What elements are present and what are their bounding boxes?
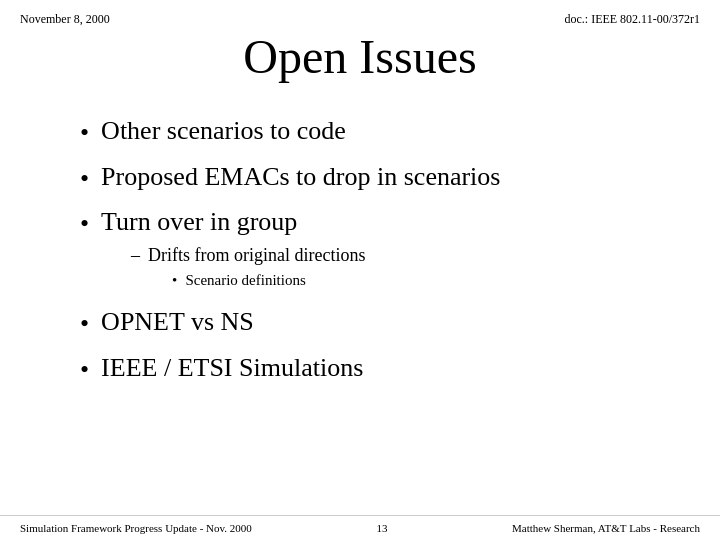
bullet-item-1: • Other scenarios to code (80, 114, 660, 150)
header-doc: doc.: IEEE 802.11-00/372r1 (564, 12, 700, 27)
sub-sub-item-3-1-1: • Scenario definitions (172, 270, 365, 291)
header-date: November 8, 2000 (20, 12, 110, 27)
sub-wrapper-3-1: Drifts from original directions • Scenar… (148, 243, 365, 293)
sub-sub-text-3-1-1: Scenario definitions (185, 270, 305, 291)
sub-list-3: – Drifts from original directions • Scen… (131, 243, 365, 295)
sub-sub-list-3-1: • Scenario definitions (172, 270, 365, 291)
main-bullet-list: • Other scenarios to code • Proposed EMA… (80, 114, 660, 387)
bullet-dot-2: • (80, 162, 89, 196)
sub-dash-3-1: – (131, 243, 140, 268)
bullet-3-wrapper: Turn over in group – Drifts from origina… (101, 205, 365, 295)
sub-item-3-1: – Drifts from original directions • Scen… (131, 243, 365, 293)
bullet-dot-3: • (80, 207, 89, 241)
slide: November 8, 2000 doc.: IEEE 802.11-00/37… (0, 0, 720, 540)
bullet-item-5: • IEEE / ETSI Simulations (80, 351, 660, 387)
bullet-item-4: • OPNET vs NS (80, 305, 660, 341)
footer-left: Simulation Framework Progress Update - N… (20, 522, 252, 534)
footer-center: 13 (376, 522, 387, 534)
bullet-text-3: Turn over in group (101, 205, 365, 239)
bullet-item-2: • Proposed EMACs to drop in scenarios (80, 160, 660, 196)
bullet-text-1: Other scenarios to code (101, 114, 346, 148)
footer-right: Matthew Sherman, AT&T Labs - Research (512, 522, 700, 534)
sub-sub-dot-3-1-1: • (172, 270, 177, 291)
bullet-text-2: Proposed EMACs to drop in scenarios (101, 160, 500, 194)
title-area: Open Issues (0, 27, 720, 104)
footer: Simulation Framework Progress Update - N… (0, 515, 720, 540)
bullet-dot-1: • (80, 116, 89, 150)
bullet-dot-4: • (80, 307, 89, 341)
header: November 8, 2000 doc.: IEEE 802.11-00/37… (0, 0, 720, 27)
bullet-text-5: IEEE / ETSI Simulations (101, 351, 363, 385)
bullet-item-3: • Turn over in group – Drifts from origi… (80, 205, 660, 295)
sub-text-3-1: Drifts from original directions (148, 245, 365, 265)
slide-title: Open Issues (20, 31, 700, 84)
content-area: • Other scenarios to code • Proposed EMA… (0, 104, 720, 407)
bullet-dot-5: • (80, 353, 89, 387)
bullet-text-4: OPNET vs NS (101, 305, 254, 339)
